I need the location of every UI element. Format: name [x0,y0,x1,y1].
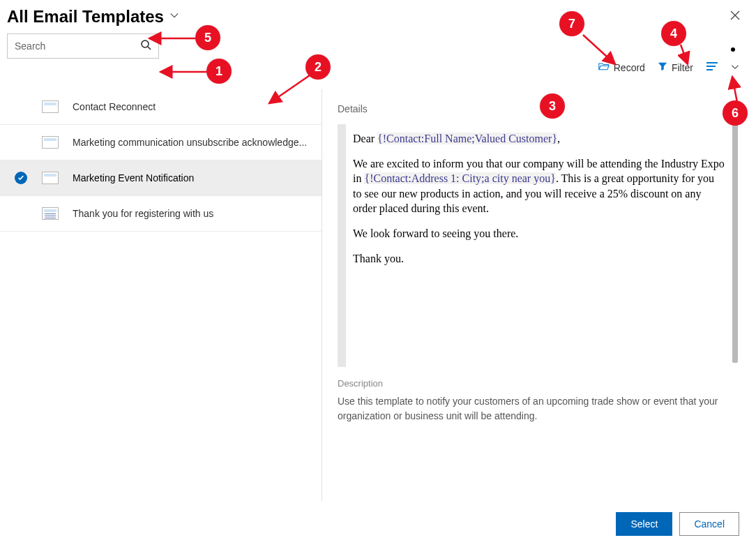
close-icon[interactable] [729,10,741,24]
svg-line-10 [583,35,615,64]
annotation-badge: 1 [206,59,232,84]
template-list-panel: Contact ReconnectMarketing communication… [0,89,322,501]
template-thumbnail [42,172,59,184]
template-thumbnail [42,100,59,113]
search-input[interactable] [15,40,140,52]
cancel-button[interactable]: Cancel [679,512,739,536]
svg-line-1 [148,47,151,50]
template-item[interactable]: Contact Reconnect [0,89,322,125]
preview-text: We look forward to seeing you there. [353,226,725,241]
chevron-down-icon[interactable] [169,10,179,23]
preview-text: , [557,133,560,144]
annotation-badge: 6 [723,100,748,126]
annotation-badge: 7 [559,11,584,36]
template-preview: Dear {!Contact:Full Name;Valued Customer… [338,124,738,367]
template-label: Marketing Event Notification [73,172,308,183]
filter-button[interactable]: Filter [658,61,693,73]
description-text: Use this template to notify your custome… [338,394,735,424]
status-dot [731,47,735,52]
description-label: Description [338,378,738,389]
chevron-down-icon[interactable] [731,62,739,73]
annotation-badge: 2 [305,54,331,80]
search-icon[interactable] [140,39,151,53]
merge-token: {!Contact:Full Name;Valued Customer} [377,133,557,144]
annotation-arrow [158,64,208,80]
template-label: Thank you for registering with us [73,208,308,219]
template-item[interactable]: Marketing Event Notification [0,160,322,196]
filter-icon [658,61,667,73]
view-title[interactable]: All Email Templates [7,7,164,27]
record-button[interactable]: Record [598,61,645,73]
list-lines-icon[interactable] [706,61,718,73]
details-heading: Details [338,103,738,114]
check-circle-icon [15,172,27,184]
merge-token: {!Contact:Address 1: City;a city near yo… [364,172,555,184]
scrollbar[interactable] [732,124,738,363]
preview-text: Thank you. [353,251,725,267]
search-box[interactable] [7,33,159,59]
details-panel: Details Dear {!Contact:Full Name;Valued … [322,89,756,501]
filter-label: Filter [672,62,693,73]
template-thumbnail [42,207,59,220]
folder-open-icon [598,61,610,73]
template-item[interactable]: Thank you for registering with us [0,196,322,232]
template-label: Contact Reconnect [73,101,308,112]
template-item[interactable]: Marketing communication unsubscribe ackn… [0,125,322,160]
record-label: Record [614,62,645,73]
annotation-badge: 4 [661,21,686,46]
annotation-badge: 3 [540,93,565,119]
check-slot [14,172,28,184]
svg-point-0 [142,40,149,47]
preview-text: Dear [353,133,377,144]
template-thumbnail [42,136,59,149]
template-label: Marketing communication unsubscribe ackn… [73,137,308,148]
annotation-badge: 5 [195,25,220,50]
select-button[interactable]: Select [616,512,672,536]
